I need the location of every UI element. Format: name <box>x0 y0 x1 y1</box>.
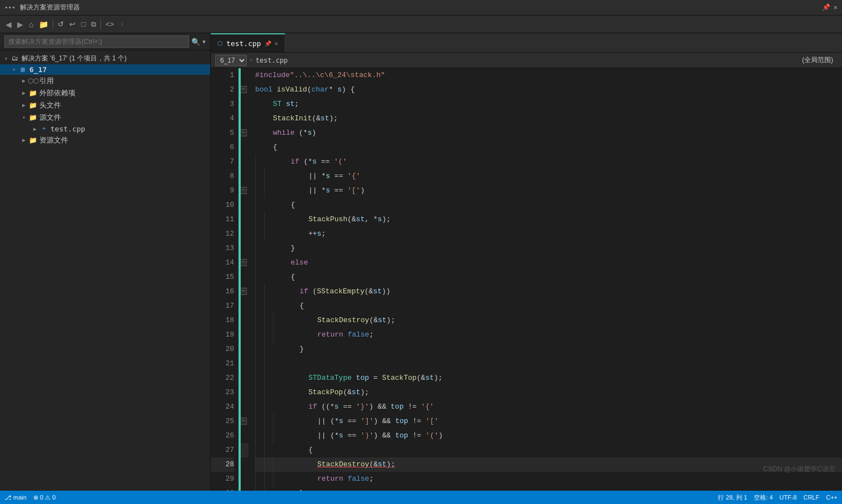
search-input[interactable] <box>4 35 189 48</box>
code-content[interactable]: #include"..\..\c\6_24\stack.h" bool isVa… <box>248 68 842 491</box>
code-line-19: return false; <box>255 328 842 342</box>
sidebar: 🔍 ▾ ▾ 🗂 解决方案 '6_17' (1 个项目，共 1 个) ▾ ▦ 6_… <box>0 33 211 491</box>
tree-area: ▾ 🗂 解决方案 '6_17' (1 个项目，共 1 个) ▾ ▦ 6_17 ▶… <box>0 50 210 491</box>
code-button[interactable]: <> <box>103 19 116 29</box>
code-line-24: if ((*s == '}') && top != '{' <box>255 400 842 414</box>
breadcrumb-project-dropdown[interactable]: 6_17 <box>215 55 247 66</box>
tab-project-label: ⬡ <box>217 40 223 47</box>
status-line-col: 行 28, 列 1 <box>718 493 747 502</box>
project-label: 6_17 <box>29 65 47 74</box>
search-dropdown-button[interactable]: ▾ <box>202 38 206 45</box>
line-numbers: 1 2 3 4 5 6 7 8 9 10 11 12 13 14 15 16 1 <box>211 68 239 491</box>
title-bar-text: 解决方案资源管理器 <box>20 3 818 12</box>
code-line-18: StackDestroy(&st); <box>255 313 842 328</box>
tab-bar: ⬡ test.cpp 📌 ✕ <box>211 33 842 53</box>
sidebar-item-test-cpp[interactable]: ▶ + test.cpp <box>0 124 210 134</box>
solution-label: 解决方案 '6_17' (1 个项目，共 1 个) <box>22 54 126 63</box>
resources-icon: 📁 <box>28 136 38 145</box>
solution-icon: 🗂 <box>10 54 20 63</box>
fold-btn-2[interactable]: − <box>240 86 247 93</box>
code-line-3: ST st; <box>255 97 842 111</box>
code-line-12: ++s; <box>255 227 842 241</box>
code-line-30: } <box>255 486 842 491</box>
search-bar: 🔍 ▾ <box>0 33 210 50</box>
code-line-16: if (SStackEmpty(&st)) <box>255 284 842 299</box>
code-line-28: StackDestroy(&st); <box>255 457 842 472</box>
tab-close-icon[interactable]: ✕ <box>275 40 278 47</box>
code-line-7: if (*s == '(' <box>255 155 842 169</box>
code-line-5: while (*s) <box>255 126 842 140</box>
close-titlebar-icon[interactable]: ✕ <box>834 3 838 12</box>
references-arrow-icon: ▶ <box>20 78 28 84</box>
code-editor[interactable]: 1 2 3 4 5 6 7 8 9 10 11 12 13 14 15 16 1 <box>211 68 842 491</box>
code-line-10: { <box>255 198 842 212</box>
fold-btn-5[interactable]: − <box>240 129 247 136</box>
sources-icon: 📁 <box>28 114 38 122</box>
code-line-29: return false; <box>255 472 842 486</box>
code-line-11: StackPush(&st, *s); <box>255 212 842 227</box>
refresh-button[interactable]: ↺ <box>55 19 66 29</box>
code-line-23: StackPop(&st); <box>255 385 842 400</box>
code-line-15: { <box>255 270 842 284</box>
undo-button[interactable]: ↩ <box>67 19 78 29</box>
editor-area: ⬡ test.cpp 📌 ✕ 6_17 › test.cpp (全局范围) <box>211 33 842 491</box>
fold-btn-16[interactable]: − <box>240 288 247 295</box>
solution-arrow-icon: ▾ <box>2 55 10 62</box>
search-icon-button[interactable]: 🔍 <box>191 38 200 46</box>
code-line-4: StackInit(&st); <box>255 111 842 126</box>
sidebar-item-resources[interactable]: ▶ 📁 资源文件 <box>0 134 210 146</box>
tab-pin-icon[interactable]: 📌 <box>265 40 271 47</box>
code-line-22: STDataType top = StackTop(&st); <box>255 371 842 385</box>
status-encoding: UTF-8 <box>779 494 797 501</box>
test-cpp-arrow-icon: ▶ <box>31 126 39 133</box>
sidebar-item-sources[interactable]: ▾ 📁 源文件 <box>0 111 210 124</box>
project-arrow-icon: ▾ <box>10 67 18 73</box>
headers-label: 头文件 <box>39 100 61 110</box>
code-line-6: { <box>255 140 842 155</box>
code-line-20: } <box>255 342 842 357</box>
code-line-14: else <box>255 256 842 270</box>
tab-test-cpp[interactable]: ⬡ test.cpp 📌 ✕ <box>211 33 285 52</box>
status-git: ⎇ main <box>4 494 27 501</box>
tab-file-label: test.cpp <box>226 39 261 48</box>
test-cpp-icon: + <box>39 125 49 133</box>
sources-arrow-icon: ▾ <box>20 114 28 121</box>
code-line-17: { <box>255 299 842 313</box>
code-line-9: || *s == '[') <box>255 184 842 198</box>
status-bar: ⎇ main ⊗ 0 ⚠ 0 行 28, 列 1 空格: 4 UTF-8 CRL… <box>0 491 842 504</box>
code-line-26: || (*s == ')') && top != '(') <box>255 429 842 443</box>
resources-label: 资源文件 <box>39 135 68 145</box>
code-line-1: #include"..\..\c\6_24\stack.h" <box>255 68 842 83</box>
breadcrumb-file: test.cpp <box>256 57 288 64</box>
code-line-25: || (*s == ']') && top != '[' <box>255 414 842 429</box>
sidebar-item-external-deps[interactable]: ▶ 📁 外部依赖项 <box>0 87 210 99</box>
fold-btn-26[interactable]: − <box>240 418 247 425</box>
test-cpp-label: test.cpp <box>50 125 85 133</box>
pin-icon[interactable]: 📌 <box>822 3 830 12</box>
sidebar-item-references[interactable]: ▶ ⬡⬡ 引用 <box>0 75 210 87</box>
references-label: 引用 <box>39 76 54 86</box>
status-crlf: CRLF <box>803 494 819 501</box>
window2-button[interactable]: ⧉ <box>89 19 98 30</box>
fold-btn-14[interactable]: − <box>240 259 247 266</box>
window1-button[interactable]: □ <box>79 19 88 29</box>
solution-node[interactable]: ▾ 🗂 解决方案 '6_17' (1 个项目，共 1 个) <box>0 53 210 64</box>
fold-btn-9[interactable]: − <box>240 187 247 194</box>
headers-icon: 📁 <box>28 101 38 110</box>
external-deps-icon: 📁 <box>28 89 38 98</box>
code-line-13: } <box>255 241 842 256</box>
code-line-21 <box>255 357 842 371</box>
sidebar-item-headers[interactable]: ▶ 📁 头文件 <box>0 99 210 111</box>
resources-arrow-icon: ▶ <box>20 137 28 144</box>
home-button[interactable]: ⌂ <box>27 19 35 30</box>
sources-label: 源文件 <box>39 113 61 123</box>
project-node[interactable]: ▾ ▦ 6_17 <box>0 64 210 75</box>
references-icon: ⬡⬡ <box>28 77 38 85</box>
toolbar: ◀ ▶ ⌂ 📁 ↺ ↩ □ ⧉ <> › <box>0 16 842 33</box>
file-button[interactable]: 📁 <box>37 19 50 30</box>
forward-button[interactable]: ▶ <box>15 19 26 30</box>
code-line-8: || *s == '{' <box>255 169 842 184</box>
back-button[interactable]: ◀ <box>3 19 14 30</box>
code-line-2: bool isValid(char* s) { <box>255 83 842 97</box>
status-errors: ⊗ 0 ⚠ 0 <box>33 494 55 501</box>
